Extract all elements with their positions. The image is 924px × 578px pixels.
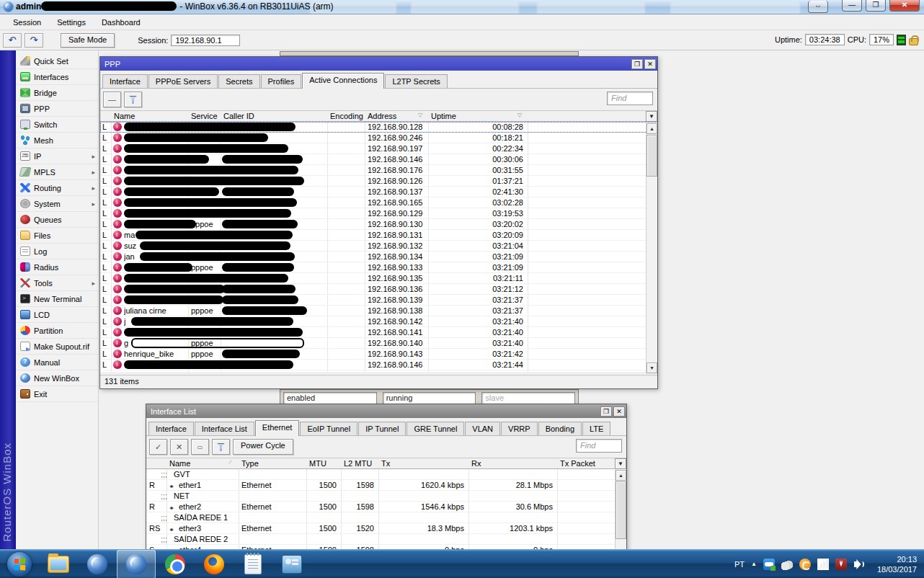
column-header-address[interactable]: Address <box>368 112 396 120</box>
ppp-tab-l2tp-secrets[interactable]: L2TP Secrets <box>385 74 447 88</box>
ppp-vertical-scrollbar[interactable]: ▲▼ <box>646 123 657 373</box>
taskbar-winbox-button[interactable] <box>78 550 117 578</box>
sort-indicator-icon[interactable]: ▽ <box>517 112 522 118</box>
ppp-connection-row[interactable]: Lhenrique_bikepppoe192.168.90.14303:21:4… <box>100 349 657 360</box>
ppp-connection-row[interactable]: L192.168.90.14603:21:44 <box>100 360 657 370</box>
menu-session[interactable]: Session <box>6 17 48 28</box>
ppp-tab-active-connections[interactable]: Active Connections <box>302 73 384 89</box>
ppp-connection-row[interactable]: Lgpppoe192.168.90.14003:21:40 <box>100 338 657 349</box>
ppp-close-button[interactable]: ✕ <box>644 59 656 69</box>
enable-button[interactable]: ✓ <box>149 439 167 455</box>
taskbar-explorer-button[interactable] <box>39 550 78 578</box>
column-header-service[interactable]: Service <box>191 112 218 120</box>
sidebar-item-ppp[interactable]: PPP <box>16 101 98 117</box>
remove-connection-button[interactable]: — <box>103 92 121 107</box>
ppp-connection-row[interactable]: Ljan192.168.90.13403:21:09 <box>100 252 657 262</box>
sidebar-item-make-supout-rif[interactable]: Make Supout.rif <box>16 339 98 355</box>
iflist-tab-ip-tunnel[interactable]: IP Tunnel <box>358 422 406 435</box>
filter-button[interactable] <box>212 439 230 455</box>
column-header-encoding[interactable]: Encoding <box>330 112 363 120</box>
scroll-thumb[interactable] <box>647 135 657 177</box>
column-header-tx[interactable]: Tx <box>381 459 390 468</box>
ppp-tab-interface[interactable]: Interface <box>102 74 148 88</box>
column-menu-button[interactable]: ▼ <box>615 458 626 469</box>
column-header-mtu[interactable]: MTU <box>309 459 326 468</box>
volume-tray-icon[interactable] <box>853 559 865 570</box>
sidebar-item-radius[interactable]: Radius <box>16 259 98 275</box>
ppp-connection-row[interactable]: Lsuz192.168.90.13203:21:04 <box>100 241 657 252</box>
ppp-connection-row[interactable]: L192.168.90.14600:30:06 <box>100 154 657 165</box>
column-header-type[interactable]: Type <box>241 459 259 468</box>
sidebar-item-new-terminal[interactable]: New Terminal <box>16 291 98 307</box>
column-header-name[interactable]: Name <box>169 459 190 468</box>
sidebar-item-interfaces[interactable]: Interfaces <box>16 69 98 85</box>
interface-comment-row[interactable]: ;;;GVT <box>146 469 626 480</box>
scroll-up-button[interactable]: ▲ <box>616 470 626 481</box>
iflist-tab-vlan[interactable]: VLAN <box>465 422 500 435</box>
ppp-connection-row[interactable]: Lpppoe192.168.90.13303:21:09 <box>100 262 657 273</box>
iflist-tab-vrrp[interactable]: VRRP <box>501 422 538 435</box>
close-button[interactable]: ✕ <box>889 0 920 12</box>
ppp-connection-row[interactable]: Lj192.168.90.14203:21:40 <box>100 316 657 327</box>
power-cycle-button[interactable]: Power Cycle <box>233 439 293 455</box>
minimize-button[interactable]: — <box>842 0 862 12</box>
sidebar-item-new-winbox[interactable]: New WinBox <box>16 370 98 386</box>
interface-row[interactable]: R◂▸ether2Ethernet150015981546.4 kbps30.6… <box>146 502 626 512</box>
iflist-tab-bonding[interactable]: Bonding <box>538 422 582 435</box>
sidebar-item-mesh[interactable]: Mesh <box>16 133 98 148</box>
sidebar-item-manual[interactable]: Manual <box>16 355 98 370</box>
ppp-tab-profiles[interactable]: Profiles <box>261 74 302 88</box>
signal-strength-tray-icon[interactable] <box>817 559 829 570</box>
ppp-connection-row[interactable]: L192.168.90.24600:18:21 <box>100 133 657 143</box>
interface-list-titlebar[interactable]: Interface List ❐ ✕ <box>146 404 626 418</box>
iflist-tab-gre-tunnel[interactable]: GRE Tunnel <box>407 422 464 435</box>
iflist-maximize-button[interactable]: ❐ <box>600 406 612 417</box>
detach-button[interactable]: ⇔ <box>808 1 828 13</box>
filter-button[interactable] <box>124 92 142 107</box>
safe-mode-button[interactable]: Safe Mode <box>61 33 115 48</box>
menu-dashboard[interactable]: Dashboard <box>94 17 148 28</box>
iflist-tab-lte[interactable]: LTE <box>582 422 610 435</box>
sidebar-item-routing[interactable]: Routing▸ <box>16 180 98 196</box>
sidebar-item-lcd[interactable]: LCD <box>16 307 98 323</box>
sidebar-item-quick-set[interactable]: Quick Set <box>16 53 98 69</box>
undo-button[interactable]: ↶ <box>3 33 22 48</box>
comodo-tray-icon[interactable] <box>799 559 811 570</box>
ppp-connection-row[interactable]: Lma192.168.90.13103:20:09 <box>100 230 657 241</box>
ppp-connection-row[interactable]: L192.168.90.13702:41:30 <box>100 187 657 197</box>
sidebar-item-bridge[interactable]: Bridge <box>16 85 98 101</box>
power-plug-tray-icon[interactable] <box>835 559 847 570</box>
iflist-find-input[interactable]: Find <box>576 439 622 453</box>
sort-indicator-icon[interactable]: ▽ <box>418 112 422 118</box>
ppp-connection-row[interactable]: L192.168.90.13603:21:12 <box>100 284 657 295</box>
ppp-connection-row[interactable]: L192.168.90.12800:08:28 <box>100 122 657 133</box>
taskbar-chrome-button[interactable] <box>156 550 195 578</box>
taskbar-winbox-active-button[interactable] <box>117 550 156 578</box>
sidebar-item-files[interactable]: Files <box>16 228 98 244</box>
taskbar-notepad-button[interactable] <box>234 550 272 578</box>
iflist-close-button[interactable]: ✕ <box>613 406 625 417</box>
ppp-tab-pppoe-servers[interactable]: PPPoE Servers <box>148 74 218 88</box>
sidebar-item-tools[interactable]: Tools▸ <box>16 275 98 291</box>
ppp-tab-secrets[interactable]: Secrets <box>218 74 259 88</box>
language-indicator[interactable]: PT <box>734 560 745 569</box>
column-header-rx[interactable]: Rx <box>471 459 481 468</box>
taskbar-firefox-button[interactable] <box>195 550 234 578</box>
ppp-connection-row[interactable]: L192.168.90.19700:22:34 <box>100 143 657 154</box>
iflist-tab-interface[interactable]: Interface <box>148 422 194 435</box>
interface-row[interactable]: R◂▸ether1Ethernet150015981620.4 kbps28.1… <box>146 480 626 491</box>
ppp-connection-row[interactable]: L192.168.90.12903:19:53 <box>100 208 657 219</box>
ppp-connection-row[interactable]: L192.168.90.16503:02:28 <box>100 197 657 208</box>
sidebar-item-partition[interactable]: Partition <box>16 323 98 339</box>
sort-indicator-icon[interactable]: ∕ <box>230 459 231 466</box>
scroll-up-button[interactable]: ▲ <box>647 123 657 134</box>
sidebar-item-log[interactable]: Log <box>16 244 98 259</box>
cloud-tray-icon[interactable] <box>781 559 793 570</box>
teamviewer-tray-icon[interactable] <box>763 559 775 570</box>
restore-button[interactable]: ❐ <box>866 0 886 12</box>
column-header-name[interactable]: Name <box>114 112 135 120</box>
ppp-connection-row[interactable]: Ljuliana cirnepppoe192.168.90.13803:21:3… <box>100 306 657 316</box>
hidden-icons-arrow-icon[interactable]: ▲ <box>751 561 757 567</box>
ppp-connection-row[interactable]: L192.168.90.17600:31:55 <box>100 165 657 176</box>
redo-button[interactable]: ↷ <box>25 33 43 48</box>
